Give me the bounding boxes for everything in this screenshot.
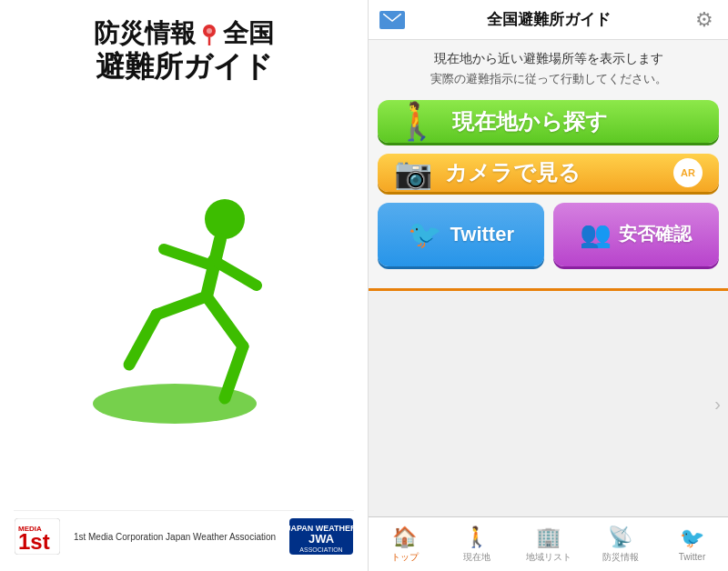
info-text-1: 現在地から近い避難場所等を表示します [378,51,719,67]
title-row1: 防災情報 全国 [94,18,274,49]
footer-company-text: 1st Media Corporation Japan Weather Asso… [74,530,276,544]
svg-text:JWA: JWA [308,532,335,546]
svg-point-1 [207,28,212,34]
mail-icon[interactable] [379,11,405,29]
bottom-button-row: 🐦 Twitter 👥 安否確認 [378,203,719,266]
tab-disaster-label: 防災情報 [602,551,639,564]
confirm-safety-button[interactable]: 👥 安否確認 [553,203,720,266]
left-panel: 防災情報 全国 避難所ガイド [0,0,369,571]
list-icon: 🏢 [536,526,561,549]
confirm-safety-label: 安否確認 [619,222,692,246]
tab-twitter[interactable]: 🐦 Twitter [656,517,728,571]
svg-text:1st: 1st [18,529,50,554]
pin-icon [201,22,217,45]
title-zenkoku: 全国 [223,18,274,49]
header-title: 全国避難所ガイド [487,9,611,30]
tab-twitter-icon: 🐦 [680,526,704,550]
svg-line-5 [213,260,257,286]
tab-location-label: 現在地 [463,551,490,564]
find-nearby-label: 現在地から探す [452,107,608,136]
media-logo: MEDIA 1st [15,518,60,555]
tab-list[interactable]: 🏢 地域リスト [512,517,584,571]
svg-point-3 [205,199,245,239]
1st-media-svg: MEDIA 1st [15,518,60,555]
home-icon: 🏠 [392,526,417,549]
find-nearby-button[interactable]: 🚶 現在地から探す [378,100,719,143]
svg-line-9 [157,296,207,315]
middle-space: › [369,288,728,517]
right-header: 全国避難所ガイド ⚙ [369,0,728,40]
camera-ar-button[interactable]: 📷 カメラで見る AR [378,154,719,192]
running-figure [66,169,302,424]
chevron-right-icon: › [714,393,721,414]
tab-home[interactable]: 🏠 トップ [369,517,440,571]
tab-twitter-label: Twitter [679,552,705,562]
info-text-2: 実際の避難指示に従って行動してください。 [378,71,719,87]
twitter-icon: 🐦 [408,218,441,250]
tab-location[interactable]: 🚶 現在地 [440,517,512,571]
title-row2: 避難所ガイド [94,49,274,84]
tab-home-label: トップ [391,551,419,564]
svg-line-10 [129,315,157,365]
left-footer: MEDIA 1st 1st Media Corporation Japan We… [14,510,354,562]
camera-icon: 📷 [394,155,432,191]
ar-badge: AR [673,158,703,187]
svg-line-6 [164,249,209,265]
running-figure-container [14,84,354,510]
right-panel: 全国避難所ガイド ⚙ 現在地から近い避難場所等を表示します 実際の避難指示に従っ… [369,0,728,571]
disaster-icon: 📡 [608,526,632,549]
tab-bar: 🏠 トップ 🚶 現在地 🏢 地域リスト 📡 防災情報 🐦 Twitter [369,516,728,571]
svg-text:ASSOCIATION: ASSOCIATION [299,546,342,553]
twitter-label: Twitter [450,223,514,246]
camera-ar-label: カメラで見る [445,158,581,187]
right-content: 現在地から近い避難場所等を表示します 実際の避難指示に従って行動してください。 … [369,40,728,288]
title-bousai: 防災情報 [94,18,196,49]
people-icon: 👥 [580,219,612,249]
jwa-logo: JAPAN WEATHER JWA ASSOCIATION [289,518,353,555]
svg-line-7 [207,296,243,346]
twitter-button[interactable]: 🐦 Twitter [378,203,544,266]
running-icon: 🚶 [394,100,440,143]
location-icon: 🚶 [464,526,489,549]
tab-disaster[interactable]: 📡 防災情報 [584,517,656,571]
tab-list-label: 地域リスト [526,551,571,564]
gear-icon[interactable]: ⚙ [692,7,717,33]
app-title: 防災情報 全国 避難所ガイド [94,18,274,84]
